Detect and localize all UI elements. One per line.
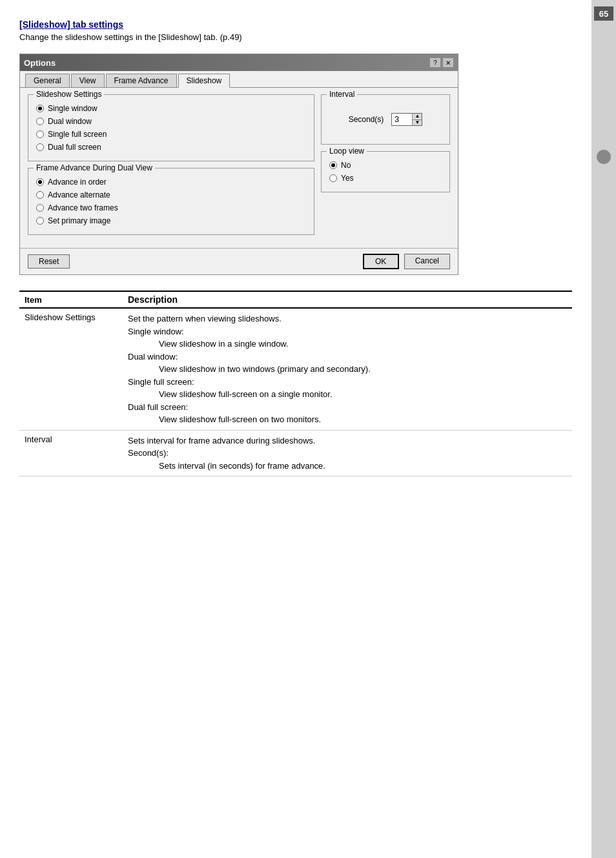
- loop-view-title: Loop view: [327, 147, 367, 156]
- radio-dual-window-circle: [36, 117, 44, 125]
- radio-dual-fullscreen-circle: [36, 143, 44, 151]
- dialog-tabs: General View Frame Advance Slideshow: [20, 71, 458, 88]
- reset-button[interactable]: Reset: [28, 254, 70, 269]
- interval-content: Second(s) 3 ▲ ▼: [329, 100, 442, 139]
- ok-cancel-buttons: OK Cancel: [363, 254, 450, 269]
- titlebar-buttons: ? ✕: [429, 57, 454, 68]
- dialog-right-col: Interval Second(s) 3 ▲ ▼: [321, 94, 450, 241]
- interval-title: Interval: [327, 90, 357, 99]
- row-item-slideshow: Slideshow Settings: [19, 308, 123, 430]
- options-dialog: Options ? ✕ General View Frame Advance S…: [19, 54, 458, 275]
- frame-advance-title: Frame Advance During Dual View: [34, 163, 155, 172]
- radio-set-primary-label: Set primary image: [48, 216, 110, 225]
- interval-group: Interval Second(s) 3 ▲ ▼: [321, 94, 450, 145]
- radio-advance-alternate-label: Advance alternate: [48, 190, 110, 199]
- radio-loop-no-label: No: [341, 161, 351, 170]
- radio-single-window-circle: [36, 105, 44, 112]
- radio-advance-order-circle: [36, 178, 44, 186]
- radio-single-window-label: Single window: [48, 104, 98, 113]
- help-button[interactable]: ?: [429, 57, 441, 68]
- radio-advance-order-label: Advance in order: [48, 178, 107, 187]
- close-button[interactable]: ✕: [442, 57, 454, 68]
- col-header-item: Item: [19, 291, 123, 308]
- desc-indent-dual-fullscreen: View slideshow full-screen on two monito…: [159, 414, 321, 424]
- dialog-title: Options: [24, 58, 56, 68]
- tab-slideshow[interactable]: Slideshow: [178, 74, 231, 88]
- dialog-bottom: Reset OK Cancel: [20, 248, 458, 274]
- row-desc-interval: Sets interval for frame advance during s…: [123, 430, 572, 476]
- radio-dual-window-label: Dual window: [48, 117, 92, 126]
- spinbox-value: 3: [392, 115, 412, 124]
- table-row: Interval Sets interval for frame advance…: [19, 430, 572, 476]
- tab-general[interactable]: General: [25, 74, 70, 87]
- slideshow-settings-content: Single window Dual window Single full sc…: [36, 104, 306, 152]
- row-item-interval: Interval: [19, 430, 123, 476]
- loop-view-content: No Yes: [329, 161, 442, 183]
- page-number: 65: [594, 6, 613, 21]
- interval-spinbox[interactable]: 3 ▲ ▼: [391, 113, 422, 126]
- cancel-button[interactable]: Cancel: [404, 254, 450, 269]
- radio-loop-yes-label: Yes: [341, 174, 354, 183]
- tab-frame-advance[interactable]: Frame Advance: [106, 74, 177, 87]
- dialog-left-col: Slideshow Settings Single window Dual wi…: [28, 94, 314, 241]
- desc-indent-seconds: Sets interval (in seconds) for frame adv…: [159, 461, 325, 471]
- radio-advance-two-frames-label: Advance two frames: [48, 203, 118, 212]
- desc-indent-dual-window: View slideshow in two windows (primary a…: [159, 364, 371, 374]
- radio-dual-window[interactable]: Dual window: [36, 117, 306, 126]
- desc-indent-single-fullscreen: View slideshow full-screen on a single m…: [159, 389, 333, 399]
- radio-advance-order[interactable]: Advance in order: [36, 178, 306, 187]
- description-table: Item Description Slideshow Settings Set …: [19, 291, 572, 476]
- row-desc-slideshow: Set the pattern when viewing slideshows.…: [123, 308, 572, 430]
- radio-advance-two-frames-circle: [36, 204, 44, 212]
- loop-view-group: Loop view No Yes: [321, 151, 450, 192]
- radio-advance-alternate-circle: [36, 191, 44, 199]
- sidebar-circle: [597, 150, 611, 164]
- dialog-titlebar: Options ? ✕: [20, 54, 458, 71]
- radio-set-primary[interactable]: Set primary image: [36, 216, 306, 225]
- slideshow-settings-group: Slideshow Settings Single window Dual wi…: [28, 94, 314, 161]
- radio-single-fullscreen[interactable]: Single full screen: [36, 130, 306, 139]
- tab-view[interactable]: View: [71, 74, 105, 87]
- radio-loop-no[interactable]: No: [329, 161, 442, 170]
- radio-single-window[interactable]: Single window: [36, 104, 306, 113]
- dialog-body: Slideshow Settings Single window Dual wi…: [20, 88, 458, 248]
- radio-loop-yes-circle: [329, 174, 337, 182]
- table-row: Slideshow Settings Set the pattern when …: [19, 308, 572, 430]
- ok-button[interactable]: OK: [363, 254, 399, 269]
- interval-label: Second(s): [349, 115, 384, 124]
- slideshow-settings-title: Slideshow Settings: [34, 90, 104, 99]
- radio-dual-fullscreen[interactable]: Dual full screen: [36, 143, 306, 152]
- radio-single-fullscreen-label: Single full screen: [48, 130, 107, 139]
- section-title: [Slideshow] tab settings: [19, 19, 572, 30]
- radio-advance-alternate[interactable]: Advance alternate: [36, 190, 306, 199]
- frame-advance-content: Advance in order Advance alternate Advan…: [36, 178, 306, 225]
- desc-indent-single-window: View slideshow in a single window.: [159, 339, 289, 349]
- radio-advance-two-frames[interactable]: Advance two frames: [36, 203, 306, 212]
- desc-slideshow-text: Set the pattern when viewing slideshows.…: [128, 312, 567, 426]
- radio-single-fullscreen-circle: [36, 130, 44, 138]
- spinbox-down-arrow[interactable]: ▼: [413, 120, 422, 126]
- col-header-description: Description: [123, 291, 572, 308]
- radio-set-primary-circle: [36, 217, 44, 225]
- radio-loop-no-circle: [329, 161, 337, 169]
- radio-dual-fullscreen-label: Dual full screen: [48, 143, 101, 152]
- section-subtitle: Change the slideshow settings in the [Sl…: [19, 32, 572, 42]
- spinbox-arrows: ▲ ▼: [412, 114, 422, 125]
- desc-interval-text: Sets interval for frame advance during s…: [128, 434, 567, 473]
- right-sidebar: 65: [591, 0, 616, 858]
- frame-advance-group: Frame Advance During Dual View Advance i…: [28, 168, 314, 235]
- radio-loop-yes[interactable]: Yes: [329, 174, 442, 183]
